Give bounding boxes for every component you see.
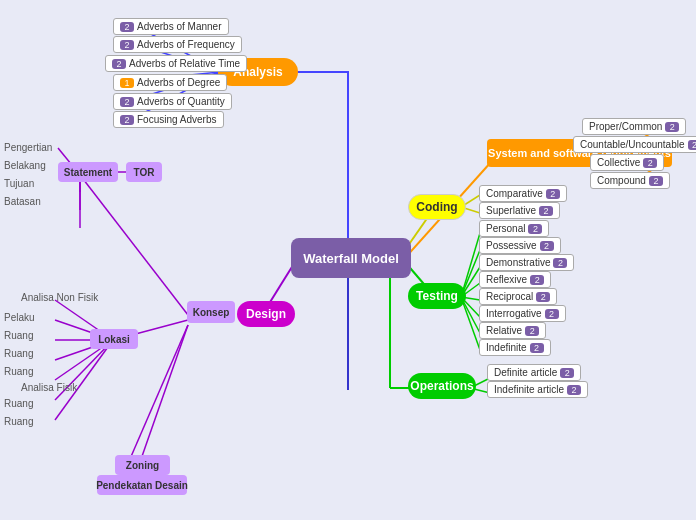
svg-line-14 xyxy=(461,233,480,297)
compound-node: Compound 2 xyxy=(590,172,670,189)
interrogative-node: Interrogative 2 xyxy=(479,305,566,322)
tujuan-node: Tujuan xyxy=(0,176,38,191)
zoning-node: Zoning xyxy=(115,455,170,475)
adverbs-quantity-node: 2 Adverbs of Quantity xyxy=(113,93,232,110)
operations-node: Operations xyxy=(408,373,476,399)
waterfall-model-node: Waterfall Model xyxy=(291,238,411,278)
lokasi-node: Lokasi xyxy=(90,329,138,349)
superlative-node: Superlative 2 xyxy=(479,202,560,219)
personal-node: Personal 2 xyxy=(479,220,549,237)
adverbs-frequency-node: 2 Adverbs of Frequency xyxy=(113,36,242,53)
design-node: Design xyxy=(237,301,295,327)
konsep-node: Konsep xyxy=(187,301,235,323)
batasan-node: Batasan xyxy=(0,194,45,209)
relative-node: Relative 2 xyxy=(479,322,546,339)
ruang1-node: Ruang xyxy=(0,328,37,343)
ruang2-node: Ruang xyxy=(0,346,37,361)
countable-node: Countable/Uncountable 2 xyxy=(573,136,696,153)
comparative-node: Comparative 2 xyxy=(479,185,567,202)
definite-article-node: Definite article 2 xyxy=(487,364,581,381)
testing-node: Testing xyxy=(408,283,466,309)
analisa-fisik-node: Analisa Fisik xyxy=(17,380,81,395)
ruang4-node: Ruang xyxy=(0,396,37,411)
adverbs-degree-node: 1 Adverbs of Degree xyxy=(113,74,227,91)
coding-node: Coding xyxy=(408,194,466,220)
adverbs-relative-node: 2 Adverbs of Relative Time xyxy=(105,55,247,72)
indefinite-article-node: Indefinite article 2 xyxy=(487,381,588,398)
collective-node: Collective 2 xyxy=(590,154,664,171)
analisa-non-fisik-node: Analisa Non Fisik xyxy=(17,290,102,305)
pendekatan-node: Pendekatan Desain xyxy=(97,475,187,495)
svg-line-42 xyxy=(140,325,188,462)
proper-common-node: Proper/Common 2 xyxy=(582,118,686,135)
reflexive-node: Reflexive 2 xyxy=(479,271,551,288)
statement-node: Statement xyxy=(58,162,118,182)
possessive-node: Possessive 2 xyxy=(479,237,561,254)
pengertian-node: Pengertian xyxy=(0,140,56,155)
ruang3-node: Ruang xyxy=(0,364,37,379)
reciprocal-node: Reciprocal 2 xyxy=(479,288,557,305)
indefinite-node: Indefinite 2 xyxy=(479,339,551,356)
ruang5-node: Ruang xyxy=(0,414,37,429)
demonstrative-node: Demonstrative 2 xyxy=(479,254,574,271)
mindmap-canvas: Waterfall Model Analysis 2 Adverbs of Ma… xyxy=(0,0,696,520)
pelaku-node: Pelaku xyxy=(0,310,39,325)
tor-node: TOR xyxy=(126,162,162,182)
belakang-node: Belakang xyxy=(0,158,50,173)
focusing-adverbs-node: 2 Focusing Adverbs xyxy=(113,111,224,128)
adverbs-manner-node: 2 Adverbs of Manner xyxy=(113,18,229,35)
svg-line-21 xyxy=(461,297,480,350)
